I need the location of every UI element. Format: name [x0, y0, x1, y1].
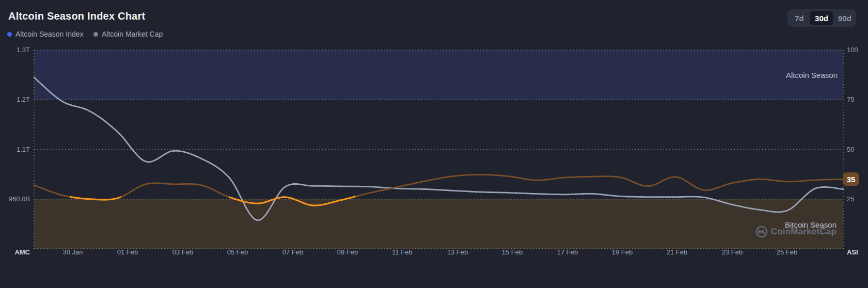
watermark-brand-text: CoinMarketCap [771, 227, 837, 237]
y-axis-right-tick: 75 [847, 96, 868, 103]
x-axis-label: 21 Feb [661, 249, 692, 256]
x-axis-label: 11 Feb [387, 249, 418, 256]
y-axis-right-tick: 25 [847, 196, 868, 203]
x-axis-label: 15 Feb [497, 249, 528, 256]
y-axis-left-tick: 1.1T [3, 146, 30, 153]
x-axis-label: 30 Jan [57, 249, 88, 256]
altcoin-season-band-label: Altcoin Season [786, 71, 838, 79]
y-axis-right-tick: 100 [847, 46, 868, 54]
coinmarketcap-watermark: CoinMarketCap [755, 225, 837, 238]
x-axis-label: 05 Feb [222, 249, 253, 256]
x-axis-label: 13 Feb [442, 249, 473, 256]
x-axis-label: 03 Feb [167, 249, 198, 256]
y-axis-right-title: ASI [847, 249, 868, 256]
chart-plot-area[interactable] [0, 0, 868, 288]
y-axis-left-title: AMC [3, 249, 30, 256]
y-axis-left-tick: 960.0B [3, 196, 30, 203]
x-axis-label: 07 Feb [277, 249, 308, 256]
y-axis-left-tick: 1.2T [3, 96, 30, 103]
x-axis-label: 01 Feb [112, 249, 143, 256]
x-axis-label: 17 Feb [552, 249, 583, 256]
coinmarketcap-logo-icon [755, 226, 768, 238]
x-axis-label: 19 Feb [607, 249, 638, 256]
x-axis-label: 23 Feb [717, 249, 748, 256]
y-axis-left-tick: 1.3T [3, 46, 30, 54]
altcoin-season-chart-widget: Altcoin Season Index Chart Altcoin Seaso… [0, 0, 868, 288]
x-axis-label: 09 Feb [332, 249, 363, 256]
current-index-value-badge: 35 [843, 172, 859, 186]
y-axis-right-tick: 50 [847, 146, 868, 153]
x-axis-label: 25 Feb [771, 249, 802, 256]
